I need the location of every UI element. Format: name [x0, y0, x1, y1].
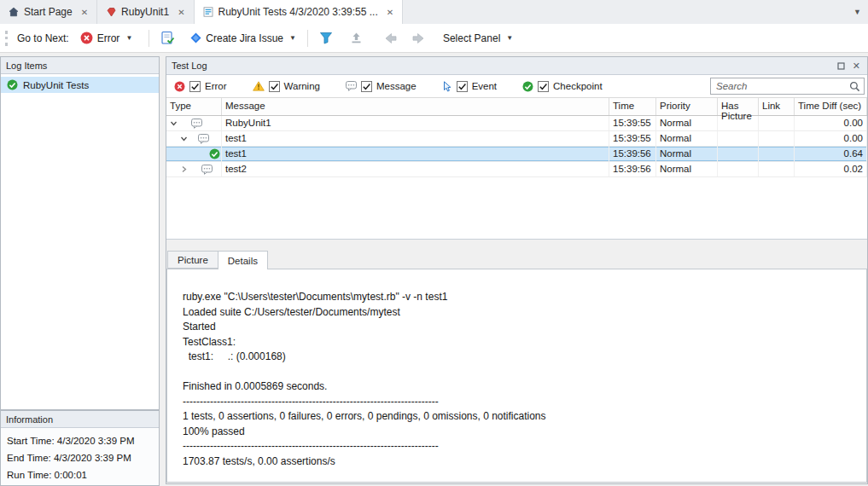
upload-icon	[350, 32, 363, 44]
column-header-time-diff[interactable]: Time Diff (sec)	[795, 98, 867, 115]
search-icon	[849, 81, 860, 92]
cell-message: test1	[222, 147, 609, 161]
filter-label: Checkpoint	[553, 81, 603, 91]
message-checkbox[interactable]	[361, 81, 372, 92]
back-button[interactable]	[379, 29, 403, 48]
home-icon	[9, 7, 19, 17]
cell-time: 15:39:56	[609, 162, 656, 176]
cell-link	[759, 116, 795, 130]
create-jira-issue-dropdown[interactable]: Create Jira Issue ▼	[186, 30, 300, 47]
upload-results-button[interactable]	[346, 29, 367, 47]
table-row[interactable]: test1 15:39:55 Normal 0.00	[166, 131, 867, 147]
tree-item-label: RubyUnit Tests	[23, 80, 89, 90]
go-to-next-error-dropdown[interactable]: Error ▼	[76, 29, 137, 47]
cell-time: 15:39:56	[609, 147, 656, 161]
close-tab-icon[interactable]: ✕	[178, 8, 184, 17]
chevron-down-icon: ▼	[506, 34, 513, 42]
error-checkbox[interactable]	[189, 81, 201, 92]
clipboard-check-icon	[160, 31, 175, 45]
toolbar: Go to Next: Error ▼ Create Jira Issue ▼ …	[0, 24, 868, 53]
tab-details[interactable]: Details	[218, 251, 268, 269]
column-header-message[interactable]: Message	[222, 98, 609, 115]
message-icon	[191, 119, 202, 129]
close-tab-icon[interactable]: ✕	[387, 8, 393, 17]
toolbar-separator	[307, 30, 308, 47]
toolbar-grip[interactable]	[5, 31, 9, 46]
test-log-panel: Test Log ✕ Error Warning Message Event	[166, 56, 868, 484]
warning-checkbox[interactable]	[269, 81, 280, 92]
tab-rubyunit1[interactable]: RubyUnit1 ✕	[97, 0, 194, 24]
details-panel: ruby.exe "C:\Users\tester\Documents\myte…	[166, 269, 867, 483]
event-checkbox[interactable]	[457, 81, 468, 92]
filter-label: Error	[205, 81, 227, 91]
cell-time-diff: 0.00	[795, 116, 867, 130]
detail-tabs: Picture Details	[167, 251, 267, 269]
select-panel-label: Select Panel	[443, 32, 500, 44]
log-items-header: Log Items	[1, 57, 159, 74]
table-row-selected[interactable]: test1 15:39:56 Normal 0.64	[166, 147, 867, 162]
checkpoint-icon	[7, 79, 18, 90]
cell-priority: Normal	[656, 116, 718, 130]
tab-rubyunit-tests-log[interactable]: RubyUnit Tests 4/3/2020 3:39:55 ... ✕	[195, 0, 404, 24]
jira-diamond-icon	[190, 32, 201, 43]
message-icon	[198, 134, 209, 144]
cell-has-picture	[718, 147, 759, 161]
message-icon	[346, 81, 357, 91]
column-header-link[interactable]: Link	[759, 98, 795, 115]
log-items-panel: Log Items RubyUnit Tests	[0, 56, 160, 410]
test-log-header: Test Log ✕	[166, 57, 867, 75]
filter-event: Event	[442, 81, 497, 92]
chevron-down-icon: ▼	[289, 34, 296, 42]
table-row[interactable]: test2 15:39:56 Normal 0.02	[166, 162, 867, 177]
cell-time-diff: 0.02	[795, 162, 867, 176]
checkpoint-checkbox[interactable]	[538, 81, 549, 92]
column-header-type[interactable]: Type	[166, 98, 222, 115]
forward-button[interactable]	[406, 29, 430, 48]
error-icon	[80, 32, 93, 44]
search-input[interactable]	[716, 81, 849, 91]
chevron-down-icon[interactable]	[170, 119, 178, 127]
cell-priority: Normal	[656, 131, 718, 146]
cell-has-picture	[718, 131, 759, 146]
back-arrow-icon	[383, 32, 399, 45]
log-items-tree: RubyUnit Tests	[1, 74, 159, 93]
column-header-priority[interactable]: Priority	[656, 98, 718, 115]
post-defect-icon	[319, 32, 333, 44]
chevron-down-icon[interactable]	[180, 135, 188, 142]
details-output-text: ruby.exe "C:\Users\tester\Documents\myte…	[167, 269, 866, 469]
ruby-icon	[106, 7, 116, 17]
column-header-has-picture[interactable]: Has Picture	[718, 98, 759, 115]
event-icon	[442, 81, 452, 92]
tab-picture[interactable]: Picture	[167, 251, 218, 269]
forward-arrow-icon	[411, 32, 426, 45]
post-defect-button[interactable]	[315, 29, 337, 47]
cell-priority: Normal	[656, 147, 718, 161]
warning-icon	[253, 81, 265, 91]
checkpoint-icon	[209, 148, 220, 159]
log-table: Type Message Time Priority Has Picture L…	[166, 98, 867, 240]
tab-overflow-chevron-icon[interactable]: ▼	[853, 0, 861, 24]
close-panel-icon[interactable]: ✕	[853, 61, 860, 71]
table-row[interactable]: RubyUnit1 15:39:55 Normal 0.00	[166, 116, 867, 131]
tree-item-rubyunit-tests[interactable]: RubyUnit Tests	[1, 77, 159, 93]
tab-start-page[interactable]: Start Page ✕	[0, 0, 97, 24]
tab-label: RubyUnit Tests 4/3/2020 3:39:55 ...	[218, 6, 378, 18]
close-tab-icon[interactable]: ✕	[81, 8, 88, 17]
create-issue-button[interactable]	[156, 28, 179, 48]
column-header-time[interactable]: Time	[609, 98, 656, 115]
cell-has-picture	[718, 116, 759, 130]
filter-checkpoint: Checkpoint	[522, 81, 603, 92]
checkpoint-icon	[522, 81, 533, 92]
filter-message: Message	[346, 81, 417, 92]
filter-error: Error	[174, 81, 227, 92]
filter-label: Warning	[284, 81, 320, 91]
select-panel-dropdown[interactable]: Select Panel ▼	[439, 30, 517, 47]
cell-message: RubyUnit1	[222, 116, 609, 130]
error-dropdown-label: Error	[97, 32, 120, 44]
filter-label: Message	[376, 81, 417, 91]
restore-panel-icon[interactable]	[837, 62, 845, 70]
chevron-right-icon[interactable]	[180, 165, 188, 173]
cell-link	[759, 147, 795, 161]
cell-message: test1	[222, 131, 609, 146]
document-tabbar: Start Page ✕ RubyUnit1 ✕ RubyUnit Tests …	[0, 0, 868, 24]
